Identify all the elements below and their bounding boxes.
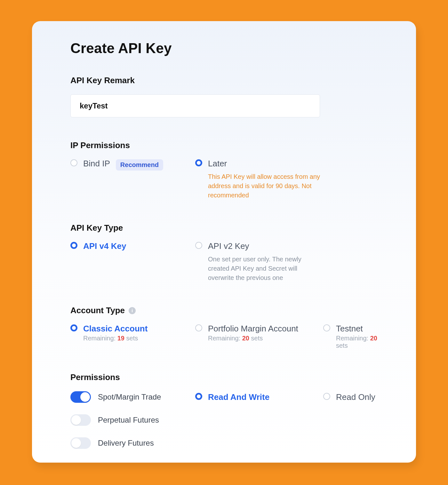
permission-row-perpetual: Perpetual Futures	[70, 414, 378, 426]
account-type-option-portfolio[interactable]: Portfolio Margin Account Remaining: 20 s…	[195, 324, 323, 342]
ip-permissions-section: IP Permissions Bind IP Recommend Later T…	[70, 140, 378, 200]
permission-toggle[interactable]	[70, 437, 91, 449]
radio-icon	[70, 242, 77, 249]
account-type-remaining: Remaining: 19 sets	[83, 335, 195, 342]
permission-row-delivery: Delivery Futures	[70, 437, 378, 449]
radio-icon	[70, 324, 77, 331]
remark-label: API Key Remark	[70, 76, 378, 85]
permission-label: Spot/Margin Trade	[98, 393, 161, 402]
key-type-option-label: API v4 Key	[83, 242, 126, 250]
radio-icon	[323, 324, 330, 331]
page-title: Create API Key	[70, 40, 378, 56]
key-type-option-label: API v2 Key	[208, 242, 249, 250]
key-type-label: API Key Type	[70, 223, 378, 233]
key-type-option-v2[interactable]: API v2 Key One set per user only. The ne…	[195, 242, 323, 282]
key-type-option-v4[interactable]: API v4 Key	[70, 242, 195, 250]
radio-icon	[70, 159, 77, 166]
permission-mode-label: Read Only	[336, 393, 375, 401]
account-type-label: Account Type i	[70, 306, 378, 315]
ip-option-label: Later	[208, 159, 227, 168]
ip-option-label: Bind IP	[83, 159, 110, 168]
permissions-label: Permissions	[70, 372, 378, 382]
radio-icon	[195, 242, 202, 249]
info-icon[interactable]: i	[129, 307, 136, 314]
radio-icon	[195, 159, 202, 166]
permission-mode-read-write[interactable]: Read And Write	[195, 393, 323, 401]
remark-input[interactable]	[70, 94, 320, 117]
ip-option-later[interactable]: Later This API Key will allow access fro…	[195, 159, 323, 200]
radio-icon	[195, 393, 202, 400]
account-type-option-classic[interactable]: Classic Account Remaining: 19 sets	[70, 324, 195, 342]
account-type-section: Account Type i Classic Account Remaining…	[70, 306, 378, 349]
permission-toggle[interactable]	[70, 391, 91, 403]
key-type-section: API Key Type API v4 Key API v2 Key One s…	[70, 223, 378, 282]
radio-icon	[195, 324, 202, 331]
radio-icon	[323, 393, 330, 400]
account-type-remaining: Remaining: 20 sets	[336, 335, 378, 349]
account-type-option-label: Portfolio Margin Account	[208, 324, 298, 333]
permission-label: Delivery Futures	[98, 439, 154, 448]
ip-permissions-label: IP Permissions	[70, 140, 378, 150]
key-type-option-hint: One set per user only. The newly created…	[208, 255, 323, 282]
permissions-section: Permissions Spot/Margin Trade Read And W…	[70, 372, 378, 449]
recommend-badge: Recommend	[116, 159, 163, 171]
permission-row-spot: Spot/Margin Trade Read And Write Read On…	[70, 391, 378, 403]
create-api-key-card: Create API Key API Key Remark IP Permiss…	[32, 21, 416, 463]
account-type-option-testnet[interactable]: Testnet Remaining: 20 sets	[323, 324, 378, 349]
ip-option-hint: This API Key will allow access from any …	[208, 172, 323, 200]
remark-section: API Key Remark	[70, 76, 378, 117]
permission-mode-read-only[interactable]: Read Only	[323, 393, 378, 401]
permission-mode-label: Read And Write	[208, 393, 269, 401]
permission-label: Perpetual Futures	[98, 416, 159, 425]
ip-option-bind-ip[interactable]: Bind IP Recommend	[70, 159, 195, 171]
account-type-remaining: Remaining: 20 sets	[208, 335, 323, 342]
account-type-option-label: Testnet	[336, 324, 363, 333]
account-type-option-label: Classic Account	[83, 324, 148, 333]
permission-toggle[interactable]	[70, 414, 91, 426]
